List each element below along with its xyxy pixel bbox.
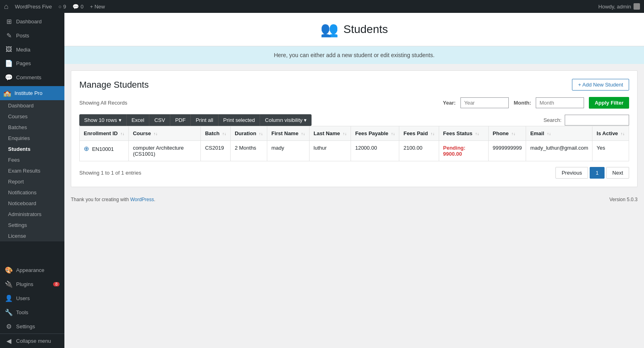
pdf-button[interactable]: PDF xyxy=(170,114,191,126)
next-button[interactable]: Next xyxy=(606,167,629,179)
site-name[interactable]: WordPress Five xyxy=(15,4,52,10)
comments-count: 0 xyxy=(80,4,83,10)
col-email[interactable]: Email ↑↓ xyxy=(526,126,592,141)
sort-icon: ↑↓ xyxy=(475,132,479,136)
sidebar-institute-label: Institute Pro xyxy=(14,90,42,96)
fees-status-pending: Pending: 9900.00 xyxy=(443,145,466,157)
sidebar-item-sub-batches[interactable]: Batches xyxy=(0,122,64,133)
wp-logo-icon[interactable]: ⌂ xyxy=(4,2,8,11)
posts-icon: ✎ xyxy=(5,32,13,39)
pagination-info: Showing 1 to 1 of 1 entries xyxy=(79,170,141,176)
cell-email: mady_luthur@gmail.com xyxy=(526,141,592,161)
add-new-student-button[interactable]: + Add New Student xyxy=(572,79,629,91)
updates-circle-icon: ○ xyxy=(58,4,62,10)
sidebar-item-settings[interactable]: ⚙ Settings xyxy=(0,319,64,334)
col-enrollment-id[interactable]: Enrollment ID ↑↓ xyxy=(80,126,129,141)
info-banner: Here, you can either add a new student o… xyxy=(64,46,644,64)
media-icon: 🖼 xyxy=(5,46,13,53)
csv-button[interactable]: CSV xyxy=(149,114,170,126)
col-last-name[interactable]: Last Name ↑↓ xyxy=(310,126,351,141)
updates-count: 9 xyxy=(63,4,66,10)
filter-bar: Showing All Records Year: Month: Apply F… xyxy=(79,97,629,109)
sidebar-item-tools[interactable]: 🔧 Tools xyxy=(0,305,64,319)
col-fees-status[interactable]: Fees Status ↑↓ xyxy=(439,126,488,141)
col-is-active[interactable]: Is Active ↑↓ xyxy=(592,126,629,141)
col-course[interactable]: Course ↑↓ xyxy=(129,126,201,141)
collapse-menu-button[interactable]: ◀ Collapse menu xyxy=(0,334,64,348)
sidebar-item-pages[interactable]: 📄 Pages xyxy=(0,56,64,70)
col-fees-paid[interactable]: Fees Paid ↑↓ xyxy=(399,126,439,141)
sidebar-item-sub-dashboard[interactable]: Dashboard xyxy=(0,100,64,111)
column-visibility-button[interactable]: Column visibility ▾ xyxy=(260,114,312,126)
students-icon: 👥 xyxy=(320,21,339,38)
col-first-name[interactable]: First Name ↑↓ xyxy=(267,126,310,141)
previous-button[interactable]: Previous xyxy=(555,167,588,179)
sidebar-item-comments[interactable]: 💬 Comments xyxy=(0,70,64,84)
sidebar-item-media[interactable]: 🖼 Media xyxy=(0,43,64,56)
sidebar-item-sub-fees[interactable]: Fees xyxy=(0,154,64,165)
sidebar-item-sub-courses[interactable]: Courses xyxy=(0,111,64,122)
cell-course: computer Architecture (CS1001) xyxy=(129,141,201,161)
print-all-button[interactable]: Print all xyxy=(191,114,218,126)
users-icon: 👤 xyxy=(5,294,13,302)
cell-fees-payable: 12000.00 xyxy=(351,141,399,161)
sidebar-item-appearance[interactable]: 🎨 Appearance xyxy=(0,263,64,277)
sidebar-item-label: Posts xyxy=(16,33,29,39)
col-batch[interactable]: Batch ↑↓ xyxy=(201,126,231,141)
cell-fees-status: Pending: 9900.00 xyxy=(439,141,488,161)
col-phone[interactable]: Phone ↑↓ xyxy=(489,126,526,141)
excel-button[interactable]: Excel xyxy=(127,114,150,126)
sidebar-item-institute-pro[interactable]: 🏫 Institute Pro xyxy=(0,86,64,100)
sort-icon: ↑↓ xyxy=(301,132,305,136)
tools-icon: 🔧 xyxy=(5,309,13,316)
year-label: Year: xyxy=(443,100,456,106)
print-selected-button[interactable]: Print selected xyxy=(219,114,260,126)
sidebar-item-sub-license[interactable]: License xyxy=(0,231,64,241)
page-1-button[interactable]: 1 xyxy=(590,167,605,179)
page-title: 👥 Students xyxy=(72,21,636,38)
cell-fees-paid: 2100.00 xyxy=(399,141,439,161)
panel-title: Manage Students xyxy=(79,80,149,90)
new-button[interactable]: + New xyxy=(90,4,105,10)
col-fees-payable[interactable]: Fees Payable ↑↓ xyxy=(351,126,399,141)
sidebar-item-posts[interactable]: ✎ Posts xyxy=(0,29,64,43)
table-toolbar: Show 10 rows ▾ Excel CSV PDF Print all P… xyxy=(79,114,629,126)
search-input[interactable] xyxy=(565,115,629,126)
sidebar-item-sub-noticeboard[interactable]: Noticeboard xyxy=(0,198,64,209)
sidebar-item-sub-enquiries[interactable]: Enquiries xyxy=(0,133,64,144)
year-input[interactable] xyxy=(460,97,509,108)
sort-icon: ↑↓ xyxy=(431,132,435,136)
sidebar-item-plugins[interactable]: 🔌 Plugins 8 xyxy=(0,277,64,291)
sidebar-item-sub-notifications[interactable]: Notifications xyxy=(0,187,64,198)
sidebar-item-sub-students[interactable]: Students xyxy=(0,144,64,154)
expand-button[interactable]: ⊕ xyxy=(84,145,89,152)
cell-last-name: luthur xyxy=(310,141,351,161)
sidebar-item-sub-settings[interactable]: Settings xyxy=(0,220,64,231)
sort-icon: ↑↓ xyxy=(511,132,515,136)
sidebar-item-sub-administrators[interactable]: Administrators xyxy=(0,209,64,220)
apply-filter-button[interactable]: Apply Filter xyxy=(589,97,629,109)
site-footer: Thank you for creating with WordPress. V… xyxy=(64,194,644,206)
col-duration[interactable]: Duration ↑↓ xyxy=(231,126,267,141)
updates-icon[interactable]: ○ 9 xyxy=(58,4,66,10)
pages-icon: 📄 xyxy=(5,60,13,67)
plugins-icon: 🔌 xyxy=(5,280,13,288)
appearance-icon: 🎨 xyxy=(5,266,13,274)
sidebar-item-label: Pages xyxy=(16,60,31,66)
cell-phone: 9999999999 xyxy=(489,141,526,161)
plugins-badge: 8 xyxy=(53,282,60,286)
sidebar-item-users[interactable]: 👤 Users xyxy=(0,291,64,305)
avatar xyxy=(634,3,640,10)
institute-pro-icon: 🏫 xyxy=(3,89,11,97)
comments-icon[interactable]: 💬 0 xyxy=(72,4,83,10)
sidebar-item-sub-report[interactable]: Report xyxy=(0,176,64,187)
dropdown-arrow-icon: ▾ xyxy=(119,117,122,123)
show-rows-button[interactable]: Show 10 rows ▾ xyxy=(79,114,127,126)
pagination-bar: Showing 1 to 1 of 1 entries Previous 1 N… xyxy=(79,167,629,179)
month-input[interactable] xyxy=(536,97,584,108)
sidebar-item-dashboard[interactable]: ⊞ Dashboard xyxy=(0,14,64,29)
sidebar-item-label: Comments xyxy=(16,74,41,80)
wordpress-link[interactable]: WordPress xyxy=(130,197,154,202)
sidebar-item-sub-exam-results[interactable]: Exam Results xyxy=(0,165,64,176)
panel-header: Manage Students + Add New Student xyxy=(79,79,629,91)
